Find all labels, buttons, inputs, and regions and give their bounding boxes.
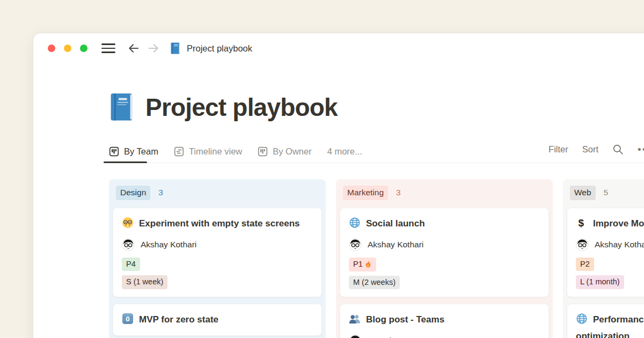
column-cards: Experiment with empty state screensAksha… xyxy=(113,208,322,336)
minimize-window-button[interactable] xyxy=(64,45,71,52)
column-name-pill[interactable]: Design xyxy=(116,186,150,200)
board-view-icon xyxy=(258,146,268,157)
board-toolbar: Filter Sort ••• xyxy=(548,144,644,160)
card[interactable]: Experiment with empty state screensAksha… xyxy=(113,208,322,297)
tag-label: P2 xyxy=(580,260,590,268)
person-name: Akshay Kothari xyxy=(595,240,644,249)
board-column-marketing: Marketing3Social launchAkshay KothariP1M… xyxy=(336,179,553,338)
sort-button[interactable]: Sort xyxy=(582,144,598,155)
person-name: Eva Zhang xyxy=(368,336,408,338)
tab-label: By Team xyxy=(124,146,158,157)
person-name: Akshay Kothari xyxy=(368,240,423,249)
card[interactable]: Performance optimization xyxy=(567,304,644,338)
timeline-view-icon xyxy=(174,146,184,157)
blue-book-page-icon[interactable] xyxy=(109,93,135,122)
filter-button[interactable]: Filter xyxy=(548,144,568,155)
nerd-face-emoji-icon xyxy=(122,217,134,229)
blue-book-icon xyxy=(170,42,181,54)
card-title: Performance optimization xyxy=(576,311,644,338)
person-avatar xyxy=(349,238,362,251)
page-content: Project playbook By TeamTimeline viewBy … xyxy=(33,90,644,338)
window-header: Project playbook xyxy=(33,33,644,63)
view-tabs-row: By TeamTimeline viewBy Owner4 more... Fi… xyxy=(109,141,644,163)
person-avatar xyxy=(122,238,135,251)
tag-label: M (2 weeks) xyxy=(353,278,396,286)
column-card-count: 5 xyxy=(604,188,609,197)
person-name: Akshay Kothari xyxy=(141,240,196,249)
tab-label: Timeline view xyxy=(189,146,242,157)
column-header: Design3 xyxy=(116,186,319,200)
card-person: Akshay Kothari xyxy=(349,238,540,251)
dollar-emoji-icon: $ xyxy=(576,217,588,229)
card-tags: P4S (1 week) xyxy=(122,258,313,289)
flame-icon xyxy=(364,260,372,268)
card-title-text: Experiment with empty state screens xyxy=(139,218,300,229)
column-card-count: 3 xyxy=(396,188,401,197)
app-window: Project playbook Project playbook By Tea… xyxy=(33,33,644,338)
card-title-text: MVP for zero state xyxy=(139,314,218,325)
zoom-window-button[interactable] xyxy=(80,45,87,52)
tab-timeline-view[interactable]: Timeline view xyxy=(174,141,242,163)
tab-by-team[interactable]: By Team xyxy=(109,141,158,163)
tag-s-1-week-[interactable]: S (1 week) xyxy=(122,275,167,289)
card[interactable]: Social launchAkshay KothariP1M (2 weeks) xyxy=(340,208,549,298)
card-title: $Improve Mo xyxy=(576,215,644,232)
tag-p4[interactable]: P4 xyxy=(122,258,140,271)
people-emoji-icon xyxy=(349,313,361,325)
card-title: Blog post - Teams xyxy=(349,311,540,328)
kanban-board: Design3Experiment with empty state scree… xyxy=(109,179,644,338)
globe-emoji-icon xyxy=(349,217,361,229)
search-icon[interactable] xyxy=(612,144,624,155)
column-cards: Social launchAkshay KothariP1M (2 weeks)… xyxy=(340,208,549,338)
close-window-button[interactable] xyxy=(48,45,55,52)
tab-label: 4 more... xyxy=(327,146,362,157)
tag-p1[interactable]: P1 xyxy=(349,258,376,271)
card-title-text: Blog post - Teams xyxy=(366,314,444,325)
card[interactable]: 0MVP for zero state xyxy=(113,304,322,336)
card-tags: P2L (1 month) xyxy=(576,258,644,289)
tag-m-2-weeks-[interactable]: M (2 weeks) xyxy=(349,276,400,290)
tab-by-owner[interactable]: By Owner xyxy=(258,141,311,163)
board-column-design: Design3Experiment with empty state scree… xyxy=(109,179,326,338)
sidebar-menu-icon[interactable] xyxy=(101,43,115,53)
forward-arrow-icon[interactable] xyxy=(147,42,160,55)
globe-emoji-icon xyxy=(576,313,588,325)
tag-label: S (1 week) xyxy=(126,278,163,286)
svg-text:0: 0 xyxy=(126,315,130,323)
keycap-zero-emoji-icon: 0 xyxy=(122,313,134,325)
card-title-text: Improve Mo xyxy=(593,218,644,229)
tag-p2[interactable]: P2 xyxy=(576,258,594,271)
card-title: 0MVP for zero state xyxy=(122,311,313,328)
column-card-count: 3 xyxy=(158,188,163,197)
card-person: Akshay Kothari xyxy=(122,238,313,251)
card-title: Social launch xyxy=(349,215,540,232)
tab-4-more-[interactable]: 4 more... xyxy=(327,141,362,163)
card-title-text: Social launch xyxy=(366,218,425,229)
breadcrumb-doc-title[interactable]: Project playbook xyxy=(187,43,252,54)
column-name-pill[interactable]: Web xyxy=(570,186,596,200)
column-header: Marketing3 xyxy=(343,186,546,200)
column-header: Web5 xyxy=(570,186,644,200)
person-avatar xyxy=(576,238,589,251)
card[interactable]: Blog post - TeamsEva Zhang xyxy=(340,304,549,338)
person-avatar xyxy=(349,334,362,338)
tab-label: By Owner xyxy=(273,146,311,157)
card-person: Akshay Kothari xyxy=(576,238,644,251)
card-tags: P1M (2 weeks) xyxy=(349,258,540,290)
tag-label: L (1 month) xyxy=(580,278,620,286)
tag-l-1-month-[interactable]: L (1 month) xyxy=(576,275,624,289)
back-arrow-icon[interactable] xyxy=(127,42,140,55)
view-tabs: By TeamTimeline viewBy Owner4 more... xyxy=(109,141,362,163)
more-options-button[interactable]: ••• xyxy=(638,144,644,156)
card-title: Experiment with empty state screens xyxy=(122,215,313,232)
board-column-web: Web5$Improve MoAkshay KothariP2L (1 mont… xyxy=(563,179,644,338)
svg-text:$: $ xyxy=(579,217,584,228)
column-name-pill[interactable]: Marketing xyxy=(343,186,388,200)
card[interactable]: $Improve MoAkshay KothariP2L (1 month) xyxy=(567,208,644,297)
card-person: Eva Zhang xyxy=(349,334,540,338)
page-title: Project playbook xyxy=(109,90,644,124)
tag-label: P4 xyxy=(126,260,136,268)
tag-label: P1 xyxy=(353,260,363,268)
board-view-icon xyxy=(109,146,119,157)
column-cards: $Improve MoAkshay KothariP2L (1 month)Pe… xyxy=(567,208,644,338)
